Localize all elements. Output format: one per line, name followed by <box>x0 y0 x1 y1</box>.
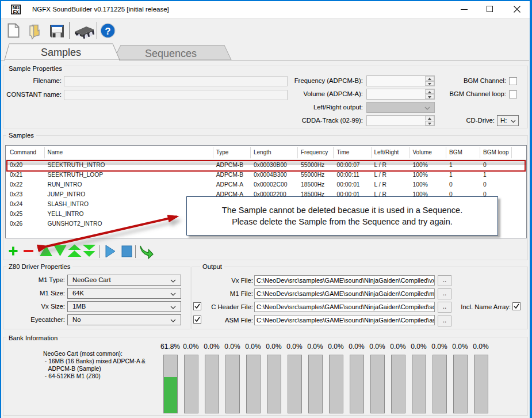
svg-text:?: ? <box>105 26 110 37</box>
svg-text:FX: FX <box>13 9 20 15</box>
